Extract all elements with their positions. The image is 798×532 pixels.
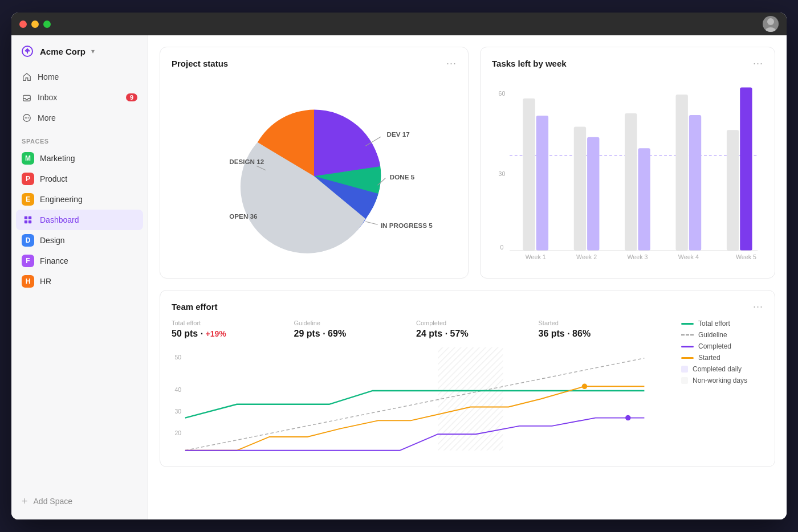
spaces-section-label: Spaces — [11, 130, 148, 148]
space-avatar-marketing: M — [22, 152, 34, 165]
svg-line-18 — [365, 222, 377, 224]
svg-text:Week 4: Week 4 — [678, 253, 699, 260]
space-label-engineering: Engineering — [40, 195, 83, 204]
started-label: Started — [539, 320, 661, 326]
effort-stat-total: Total effort 50 pts · +19% — [172, 320, 294, 339]
legend-guideline-label: Guideline — [698, 331, 727, 339]
tasks-by-week-more[interactable]: ··· — [753, 58, 763, 69]
svg-text:0: 0 — [500, 244, 504, 251]
dashboard-icon — [22, 214, 34, 226]
svg-rect-43 — [438, 347, 503, 451]
spaces-list: M Marketing P Product E Engineering — [11, 148, 148, 292]
svg-text:Week 2: Week 2 — [576, 253, 597, 260]
team-effort-title: Team effort — [172, 302, 218, 312]
more-label: More — [38, 113, 56, 122]
space-avatar-finance: F — [22, 255, 34, 267]
svg-text:IN PROGRESS 5: IN PROGRESS 5 — [381, 222, 433, 229]
team-effort-more[interactable]: ··· — [753, 301, 763, 313]
space-item-design[interactable]: D Design — [16, 230, 143, 251]
guideline-value: 29 pts · 69% — [294, 329, 417, 339]
completed-label: Completed — [416, 320, 539, 326]
effort-stat-started: Started 36 pts · 86% — [539, 320, 661, 339]
legend-total-effort-icon — [681, 323, 694, 325]
svg-text:Week 5: Week 5 — [736, 253, 756, 260]
svg-rect-30 — [625, 113, 637, 251]
space-item-engineering[interactable]: E Engineering — [16, 189, 143, 210]
team-effort-card: Team effort ··· Total effort 50 pts · +1… — [160, 290, 775, 467]
space-label-marketing: Marketing — [40, 154, 75, 163]
project-status-more[interactable]: ··· — [446, 58, 457, 69]
home-label: Home — [38, 72, 59, 81]
home-icon — [22, 72, 32, 82]
svg-rect-11 — [25, 220, 27, 223]
svg-text:OPEN 36: OPEN 36 — [229, 212, 258, 220]
inbox-label: Inbox — [38, 93, 57, 102]
svg-text:30: 30 — [499, 170, 506, 177]
minimize-dot[interactable] — [31, 21, 39, 28]
company-header[interactable]: Acme Corp ▾ — [11, 35, 148, 65]
legend-non-working: Non-working days — [681, 377, 763, 384]
tasks-by-week-chart: 60 30 0 — [492, 76, 763, 270]
svg-text:DONE 5: DONE 5 — [390, 173, 415, 181]
company-logo — [21, 44, 34, 58]
space-avatar-engineering: E — [22, 193, 34, 206]
more-icon — [22, 113, 32, 123]
svg-text:30: 30 — [175, 408, 182, 415]
space-label-product: Product — [40, 174, 67, 183]
space-item-marketing[interactable]: M Marketing — [16, 148, 143, 169]
legend-completed-daily-label: Completed daily — [693, 365, 742, 373]
sidebar-item-inbox[interactable]: Inbox 9 — [16, 88, 143, 107]
sidebar: Acme Corp ▾ Home — [11, 35, 148, 519]
space-label-hr: HR — [40, 277, 51, 286]
space-label-finance: Finance — [40, 256, 68, 265]
space-item-hr[interactable]: H HR — [16, 271, 143, 292]
space-item-dashboard[interactable]: Dashboard — [16, 210, 143, 230]
legend-started-label: Started — [698, 354, 720, 362]
svg-text:20: 20 — [175, 430, 182, 436]
svg-point-6 — [25, 117, 26, 118]
legend-completed-icon — [681, 346, 694, 347]
maximize-dot[interactable] — [43, 21, 51, 28]
completed-value: 24 pts · 57% — [416, 329, 539, 339]
svg-text:DESIGN 12: DESIGN 12 — [229, 158, 264, 165]
space-item-product[interactable]: P Product — [16, 169, 143, 189]
company-chevron-icon: ▾ — [91, 47, 95, 55]
svg-point-51 — [625, 415, 631, 421]
main-content: Project status ··· — [148, 35, 787, 519]
space-label-design: Design — [40, 236, 65, 245]
space-item-finance[interactable]: F Finance — [16, 251, 143, 271]
svg-rect-27 — [536, 116, 548, 251]
svg-rect-35 — [740, 87, 752, 251]
legend-started-icon — [681, 357, 694, 359]
svg-text:40: 40 — [175, 387, 182, 393]
project-status-chart: DEV 17 DONE 5 IN PROGRESS 5 OPEN 36 DESI… — [172, 76, 457, 270]
svg-point-1 — [765, 27, 776, 32]
add-space-button[interactable]: + Add Space — [11, 492, 148, 510]
legend-non-working-icon — [681, 377, 688, 384]
effort-stat-guideline: Guideline 29 pts · 69% — [294, 320, 417, 339]
sidebar-item-more[interactable]: More — [16, 108, 143, 128]
user-avatar[interactable] — [763, 16, 779, 32]
close-dot[interactable] — [19, 21, 27, 28]
legend-completed-daily: Completed daily — [681, 365, 763, 373]
legend-started: Started — [681, 354, 763, 362]
sidebar-item-home[interactable]: Home — [16, 67, 143, 87]
legend-guideline: Guideline — [681, 331, 763, 339]
legend-completed-label: Completed — [698, 342, 731, 350]
effort-stat-completed: Completed 24 pts · 57% — [416, 320, 539, 339]
project-status-card: Project status ··· — [160, 47, 469, 279]
space-avatar-product: P — [22, 173, 34, 185]
tasks-by-week-title: Tasks left by week — [492, 59, 567, 68]
svg-rect-34 — [727, 130, 739, 251]
svg-rect-10 — [28, 216, 31, 219]
svg-text:60: 60 — [499, 90, 506, 97]
team-effort-chart: 50 40 30 20 — [172, 345, 661, 459]
legend-completed-daily-icon — [681, 366, 688, 373]
started-value: 36 pts · 86% — [539, 329, 661, 339]
total-effort-change: +19% — [206, 329, 226, 338]
svg-point-50 — [582, 384, 588, 390]
add-icon: + — [22, 496, 28, 506]
legend-completed: Completed — [681, 342, 763, 350]
svg-text:Week 3: Week 3 — [627, 253, 648, 260]
svg-rect-33 — [689, 115, 701, 251]
